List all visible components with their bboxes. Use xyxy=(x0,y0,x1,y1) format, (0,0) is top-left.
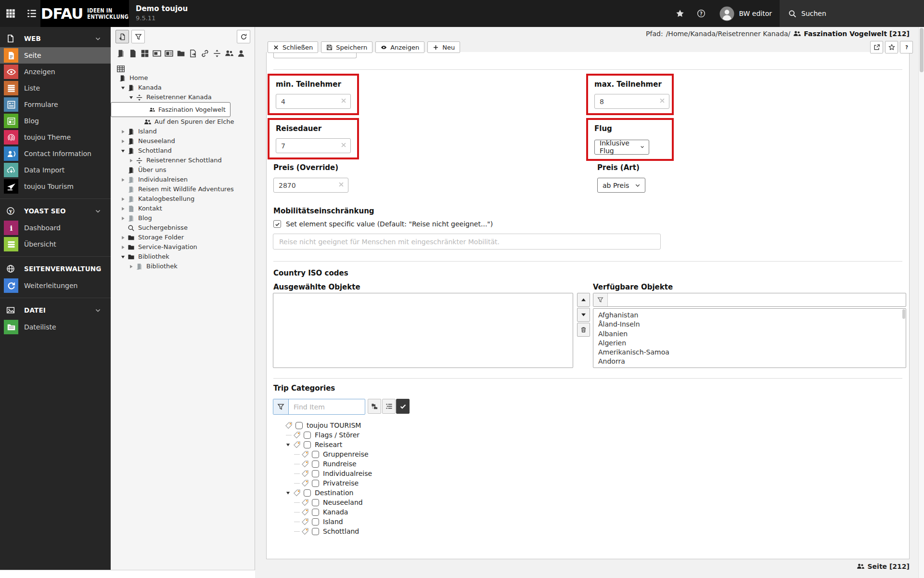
global-search[interactable]: Suchen xyxy=(780,0,924,27)
banner-drag-icon[interactable] xyxy=(153,49,161,58)
expand-toggle-icon[interactable] xyxy=(120,206,126,211)
expand-toggle-icon[interactable] xyxy=(128,158,134,163)
sidebar-section-datei[interactable]: DATEI xyxy=(0,302,111,319)
sidebar-section-yoast-seo[interactable]: yYOAST SEO xyxy=(0,202,111,220)
pagetree-node-schottland[interactable]: Schottland xyxy=(111,146,255,156)
category-checkbox[interactable] xyxy=(295,422,303,429)
collapse-toggle-icon[interactable] xyxy=(128,95,134,100)
sidebar-item-übersicht[interactable]: Übersicht xyxy=(0,236,111,252)
collapse-toggle-icon[interactable] xyxy=(120,148,126,154)
pagetree-toggle-button[interactable] xyxy=(21,0,42,27)
collapse-all-button[interactable] xyxy=(382,399,396,414)
docheader-help-button[interactable]: ? xyxy=(900,41,913,53)
refresh-tree-button[interactable] xyxy=(237,30,250,43)
pagetree-node-neuseeland[interactable]: Neuseeland xyxy=(111,136,255,146)
collapse-toggle-icon[interactable] xyxy=(120,85,126,91)
preis-art-select[interactable]: ab Preis xyxy=(597,178,645,193)
expand-toggle-icon[interactable] xyxy=(120,139,126,144)
pagetree-node-bibliothek[interactable]: Bibliothek xyxy=(111,262,255,271)
expand-toggle-icon[interactable] xyxy=(128,264,134,269)
pagetree-node-kanada[interactable]: Kanada xyxy=(111,83,255,92)
pagetree-node-island[interactable]: Island xyxy=(111,127,255,136)
expand-toggle-icon[interactable] xyxy=(120,245,126,250)
category-checkbox[interactable] xyxy=(304,489,311,497)
user-menu[interactable]: BW editor xyxy=(712,0,780,27)
min-teilnehmer-input[interactable] xyxy=(276,94,351,109)
save-button[interactable]: Speichern xyxy=(321,41,372,53)
available-country-option[interactable]: Afghanistan xyxy=(593,311,906,320)
expand-toggle-icon[interactable] xyxy=(120,235,126,240)
pagetree-node-reisetrenner-schottland[interactable]: Reisetrenner Schottland xyxy=(111,156,255,165)
selected-objects-listbox[interactable] xyxy=(273,293,573,368)
sidebar-section-web[interactable]: WEB xyxy=(0,30,111,47)
category-checkbox[interactable] xyxy=(312,480,319,487)
expand-toggle-icon[interactable] xyxy=(120,177,126,183)
collapse-toggle-icon[interactable] xyxy=(120,254,126,260)
sidebar-item-weiterleitungen[interactable]: Weiterleitungen xyxy=(0,277,111,294)
help-button[interactable]: ? xyxy=(691,0,712,27)
pagetree-node-service-navigation[interactable]: Service-Navigation xyxy=(111,242,255,252)
pagetree-node-kontakt[interactable]: Kontakt xyxy=(111,204,255,213)
sidebar-item-toujou-theme[interactable]: toujou Theme xyxy=(0,129,111,145)
sidebar-item-formulare[interactable]: Formulare xyxy=(0,96,111,113)
collapse-toggle-icon[interactable] xyxy=(285,442,291,447)
pagetree-node-suchergebnisse[interactable]: Suchergebnisse xyxy=(111,223,255,233)
folder-drag-icon[interactable] xyxy=(177,49,185,58)
sidebar-item-dateiliste[interactable]: Dateiliste xyxy=(0,319,111,335)
set-specific-value-checkbox[interactable] xyxy=(273,220,281,228)
table-drag-icon[interactable] xyxy=(116,65,125,73)
available-country-option[interactable]: Algerien xyxy=(593,339,906,348)
file-drag-icon[interactable] xyxy=(128,49,137,58)
expand-toggle-icon[interactable] xyxy=(120,216,126,221)
sidebar-section-seitenverwaltung[interactable]: SEITENVERWALTUNG xyxy=(0,260,111,277)
mobilitaet-input[interactable] xyxy=(273,234,660,249)
media-drag-icon[interactable] xyxy=(165,49,173,58)
pagetree-node-bibliothek[interactable]: Bibliothek xyxy=(111,252,255,262)
pagetree-node-reisen-mit-wildlife-adventures[interactable]: Reisen mit Wildlife Adventures xyxy=(111,184,255,194)
grid4-drag-icon[interactable] xyxy=(141,49,149,58)
filter-tree-button[interactable] xyxy=(131,30,145,43)
open-in-new-window-button[interactable] xyxy=(870,41,883,53)
clear-icon[interactable] xyxy=(338,181,345,188)
bookmarks-button[interactable] xyxy=(669,0,691,27)
flug-select[interactable]: Inklusive Flug xyxy=(594,140,649,155)
sidebar-item-liste[interactable]: Liste xyxy=(0,80,111,96)
category-checkbox[interactable] xyxy=(312,470,319,477)
pagetree-node-individualreisen[interactable]: Individualreisen xyxy=(111,175,255,184)
clear-icon[interactable] xyxy=(340,142,347,148)
pagetree-node-faszination-vogelwelt[interactable]: Faszination Vogelwelt xyxy=(111,102,231,117)
available-filter-input[interactable] xyxy=(608,293,906,306)
pagetree-node-katalogbestellung[interactable]: Katalogbestellung xyxy=(111,194,255,204)
sidebar-item-toujou-tourism[interactable]: toujou Tourism xyxy=(0,178,111,195)
reisedauer-input[interactable] xyxy=(276,138,351,153)
collapse-toggle-icon[interactable] xyxy=(285,490,291,496)
category-checkbox[interactable] xyxy=(312,509,319,516)
expand-toggle-icon[interactable] xyxy=(120,129,126,134)
page-scrollbar[interactable] xyxy=(918,27,924,578)
max-teilnehmer-input[interactable] xyxy=(594,94,669,109)
view-button[interactable]: Anzeigen xyxy=(375,41,424,53)
delete-button[interactable] xyxy=(577,323,590,337)
category-checkbox[interactable] xyxy=(312,528,319,535)
available-country-option[interactable]: Andorra xyxy=(593,357,906,366)
new-button[interactable]: Neu xyxy=(427,41,460,53)
sidebar-item-anzeigen[interactable]: Anzeigen xyxy=(0,64,111,80)
pagetree-node-home[interactable]: Home xyxy=(111,73,255,83)
category-checkbox[interactable] xyxy=(312,499,319,506)
category-checkbox[interactable] xyxy=(312,518,319,525)
people-drag-icon[interactable] xyxy=(225,49,233,58)
clear-icon[interactable] xyxy=(659,97,666,104)
clear-icon[interactable] xyxy=(340,97,347,104)
available-country-option[interactable]: Amerikanisch-Samoa xyxy=(593,348,906,357)
expand-toggle-icon[interactable] xyxy=(120,197,126,202)
expand-all-button[interactable] xyxy=(368,399,381,414)
pagetree-node-reisetrenner-kanada[interactable]: Reisetrenner Kanada xyxy=(111,92,255,102)
scrollbar-thumb[interactable] xyxy=(920,28,924,72)
pagetree-node-blog[interactable]: Blog xyxy=(111,213,255,223)
sidebar-item-data-import[interactable]: Data Import xyxy=(0,162,111,178)
available-country-option[interactable]: Albanien xyxy=(593,329,906,339)
listbox-scrollbar[interactable] xyxy=(902,309,905,319)
link-drag-icon[interactable] xyxy=(201,49,209,58)
pagetree-node-über-uns[interactable]: Über uns xyxy=(111,165,255,175)
sidebar-item-seite[interactable]: Seite xyxy=(0,47,111,64)
